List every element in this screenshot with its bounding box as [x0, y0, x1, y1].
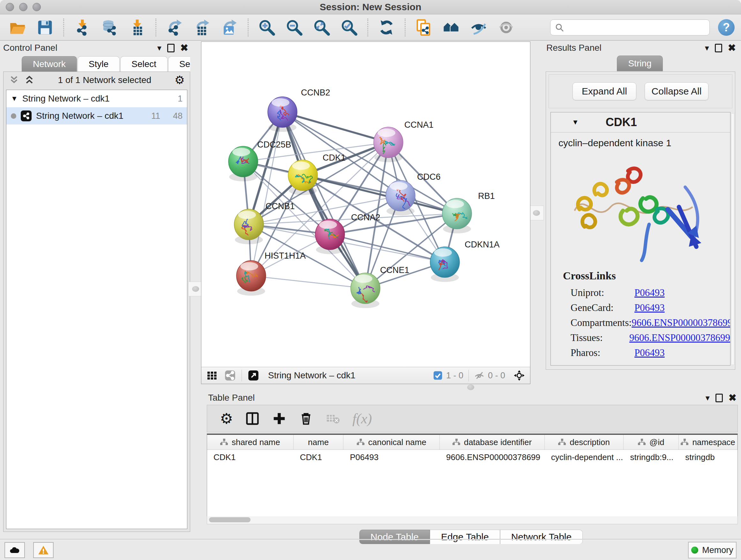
splitter-handle-dot[interactable]: [533, 210, 540, 216]
splitter-handle-dot[interactable]: [192, 286, 199, 292]
nodes[interactable]: CCNB2 CCNA1 CDC25B CDK1 CDC6 RB1: [228, 88, 500, 308]
delete-column-icon[interactable]: [299, 411, 313, 426]
zoom-out-button[interactable]: [285, 18, 304, 37]
export-table-button[interactable]: [193, 18, 211, 37]
results-panel-float-icon[interactable]: [715, 44, 722, 52]
cloud-status-button[interactable]: [4, 542, 25, 558]
tab-network[interactable]: Network: [22, 56, 77, 72]
search-icon: [555, 23, 564, 32]
crosslink-link[interactable]: P06493: [634, 287, 665, 299]
network-options-gear-icon[interactable]: ⚙: [175, 74, 185, 86]
fit-selected-crosshair-icon[interactable]: [513, 369, 526, 382]
graph-node-CCNA1[interactable]: CCNA1: [374, 120, 434, 162]
results-panel-collapse-icon[interactable]: ▾: [705, 44, 709, 52]
table-options-gear-icon[interactable]: ⚙: [220, 411, 233, 426]
graph-node-HIST1H1A[interactable]: HIST1H1A: [237, 251, 306, 296]
scrollbar-thumb[interactable]: [209, 517, 251, 522]
table-panel-collapse-icon[interactable]: ▾: [705, 394, 710, 402]
crosslink-link[interactable]: P06493: [634, 347, 665, 359]
export-image-button[interactable]: [220, 18, 239, 37]
search-box[interactable]: [550, 19, 710, 36]
graph-node-CDKN1A[interactable]: CDKN1A: [430, 240, 500, 282]
zoom-fit-button[interactable]: [313, 18, 331, 37]
show-preview-button[interactable]: [497, 18, 515, 37]
collection-count: 1: [178, 94, 183, 104]
collapse-all-icon[interactable]: [9, 75, 19, 85]
import-table-button[interactable]: [128, 18, 146, 37]
clone-network-icon: [415, 19, 432, 36]
network-current-dot: [11, 113, 16, 119]
collection-expander-icon[interactable]: ▼: [11, 95, 18, 103]
save-session-button[interactable]: [36, 18, 54, 37]
network-row[interactable]: String Network – cdk1 11 48: [6, 107, 187, 125]
memory-button[interactable]: Memory: [688, 542, 737, 558]
search-input[interactable]: [567, 22, 705, 33]
crosslink-row: Pharos: P06493: [563, 345, 730, 360]
graph-node-RB1[interactable]: RB1: [442, 191, 495, 233]
birds-eye-view-icon[interactable]: [206, 369, 219, 382]
open-in-browser-icon[interactable]: [247, 369, 260, 382]
warnings-button[interactable]: [33, 542, 54, 558]
gene-expander-icon[interactable]: ▼: [572, 118, 579, 126]
column-header-description[interactable]: description: [545, 435, 624, 449]
string-share-icon[interactable]: [224, 369, 237, 382]
results-scrollbar[interactable]: [731, 113, 734, 365]
table-panel-close-icon[interactable]: ✖: [729, 393, 737, 402]
left-splitter[interactable]: [190, 42, 201, 384]
export-network-button[interactable]: [165, 18, 184, 37]
network-collection-row[interactable]: ▼ String Network – cdk1 1: [6, 90, 187, 107]
node-label-RB1: RB1: [478, 191, 495, 201]
control-panel-close-icon[interactable]: ✖: [180, 43, 188, 53]
tab-string[interactable]: String: [617, 56, 663, 71]
crosslink-link[interactable]: 9606.ENSP00000378699: [631, 317, 731, 328]
graph-node-CCNE1[interactable]: CCNE1: [351, 265, 409, 308]
crosslink-link[interactable]: 9606.ENSP00000378699: [629, 332, 730, 344]
zoom-in-button[interactable]: [258, 18, 276, 37]
network-canvas[interactable]: CCNB2 CCNA1 CDC25B CDK1 CDC6 RB1: [201, 42, 530, 367]
control-panel-collapse-icon[interactable]: ▾: [157, 44, 161, 52]
column-header--id[interactable]: @id: [623, 435, 679, 449]
refresh-button[interactable]: [377, 18, 396, 37]
show-columns-icon[interactable]: [245, 411, 260, 426]
clone-network-button[interactable]: [414, 18, 433, 37]
node-label-CDK1: CDK1: [323, 153, 346, 163]
graph-node-CDC6[interactable]: CDC6: [386, 172, 441, 215]
edges[interactable]: [243, 112, 457, 288]
bottom-splitter[interactable]: [201, 384, 738, 392]
right-splitter[interactable]: [530, 42, 542, 384]
column-header-database-identifier[interactable]: database identifier: [440, 435, 545, 449]
crosslink-link[interactable]: P06493: [634, 302, 665, 314]
table-cell: cyclin-dependent ...: [545, 450, 624, 464]
memory-label: Memory: [702, 545, 733, 555]
expand-all-button[interactable]: Expand All: [572, 82, 636, 100]
hide-panels-button[interactable]: [469, 18, 488, 37]
function-builder-icon-disabled: f(x): [352, 411, 372, 427]
help-button[interactable]: ?: [718, 19, 735, 36]
gene-header-row[interactable]: ▼ CDK1: [551, 112, 730, 132]
open-session-button[interactable]: [8, 18, 27, 37]
zoom-selected-button[interactable]: [340, 18, 358, 37]
toolbar-separator: [248, 18, 249, 37]
graph-node-CCNB2[interactable]: CCNB2: [268, 88, 330, 132]
expand-all-icon[interactable]: [24, 75, 35, 85]
table-row[interactable]: CDK1CDK1P064939606.ENSP00000378699cyclin…: [207, 450, 738, 464]
tab-style[interactable]: Style: [77, 56, 120, 72]
column-header-name[interactable]: name: [293, 435, 344, 449]
column-header-namespace[interactable]: namespace: [679, 435, 738, 449]
import-network-button[interactable]: [73, 18, 91, 37]
tab-select[interactable]: Select: [120, 56, 167, 72]
column-header-shared-name[interactable]: shared name: [207, 435, 293, 449]
create-column-icon[interactable]: [272, 411, 286, 426]
import-database-button[interactable]: [100, 18, 119, 37]
table-horizontal-scrollbar[interactable]: [207, 516, 738, 524]
collapse-all-button[interactable]: Collapse All: [645, 82, 709, 100]
selected-count: 1 - 0: [433, 370, 463, 381]
collection-label: String Network – cdk1: [22, 94, 110, 104]
column-header-canonical-name[interactable]: canonical name: [343, 435, 440, 449]
splitter-handle-dot[interactable]: [467, 384, 474, 390]
table-toolbar: ⚙ f(x): [207, 405, 738, 432]
control-panel-float-icon[interactable]: [167, 44, 175, 52]
results-panel-close-icon[interactable]: ✖: [728, 43, 736, 53]
home-button[interactable]: [442, 18, 461, 37]
table-panel-float-icon[interactable]: [716, 394, 723, 402]
